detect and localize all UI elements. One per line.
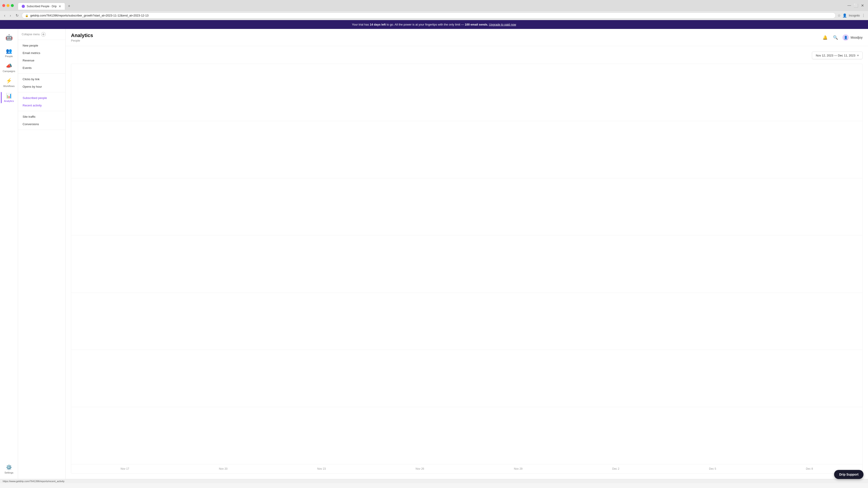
window-minimize-button[interactable] [6,4,9,7]
grid-line-6 [71,350,862,407]
window-close-icon[interactable]: ✕ [861,3,864,8]
refresh-button[interactable]: ↻ [14,13,20,18]
chart-grid [71,64,862,464]
app: Your trial has 14 days left to go. All t… [0,20,868,483]
date-picker[interactable]: Nov 12, 2023 — Dec 11, 2023 ▾ [812,52,863,59]
submenu-item-opens-by-hour[interactable]: Opens by hour [18,83,65,90]
trial-text-middle: to go. All the power is at your fingerti… [386,23,465,26]
submenu-item-email-metrics[interactable]: Email metrics [18,49,65,57]
profile-icon[interactable]: 👤 [842,13,847,18]
submenu-group-1: New people Email metrics Revenue Events [18,40,65,74]
submenu-group-2: Clicks by link Opens by hour [18,74,65,92]
analytics-label: Analytics [4,100,14,102]
settings-icon: ⚙️ [6,464,12,470]
sidebar-item-campaigns[interactable]: 📣 Campaigns [1,61,17,75]
campaigns-icon: 📣 [6,63,12,69]
people-label: People [5,55,13,58]
x-label-7: Dec 5 [709,467,716,470]
rail-item-logo[interactable]: 🤖 [1,32,17,43]
trial-email-limit: 100 email sends. [465,23,488,26]
search-button[interactable]: 🔍 [832,34,839,41]
grid-line-1 [71,64,862,121]
grid-line-7 [71,407,862,464]
submenu-item-subscribed-people[interactable]: Subscribed people [18,94,65,102]
grid-line-4 [71,235,862,293]
page-title-area: Analytics People [71,33,93,42]
page-title: Analytics [71,33,93,38]
x-label-8: Dec 8 [806,467,813,470]
back-button[interactable]: ‹ [3,13,6,18]
chart-header: Nov 12, 2023 — Dec 11, 2023 ▾ [71,52,863,59]
submenu-item-revenue[interactable]: Revenue [18,57,65,64]
main-content: Analytics People 🔔 🔍 👤 Moodjoy Nov 12, 2 [66,29,868,479]
trial-text-before: Your trial has [352,23,370,26]
x-label-2: Nov 20 [219,467,227,470]
window-close-button[interactable] [2,4,5,7]
chart-container: Nov 17 Nov 20 Nov 23 Nov 26 Nov 29 Dec 2… [71,64,863,474]
submenu-item-events[interactable]: Events [18,64,65,72]
x-label-5: Nov 29 [514,467,522,470]
x-label-4: Nov 26 [415,467,424,470]
more-options-icon[interactable]: ⋮ [862,13,865,18]
grid-line-2 [71,121,862,178]
breadcrumb: People [71,39,93,42]
submenu-group-4: Site traffic Conversions [18,111,65,130]
new-tab-button[interactable]: + [66,3,72,9]
sidebar-item-people[interactable]: 👥 People [1,46,17,60]
campaigns-label: Campaigns [3,70,16,72]
user-avatar: 👤 [842,34,849,41]
submenu-item-site-traffic[interactable]: Site traffic [18,113,65,121]
submenu-item-new-people[interactable]: New people [18,42,65,49]
grid-line-3 [71,178,862,235]
main-layout: 🤖 👥 People 📣 Campaigns ⚡ Workflows 📊 Ana… [0,29,868,479]
window-maximize-button[interactable] [11,4,14,7]
sidebar-item-analytics[interactable]: 📊 Analytics [1,91,17,105]
url-text: getdrip.com/7641396/reports/subscriber_g… [30,14,833,17]
upgrade-link[interactable]: Upgrade to paid now [489,23,516,26]
lock-icon: 🔒 [25,14,29,17]
tab-close-button[interactable]: ✕ [59,4,61,8]
forward-button[interactable]: › [8,13,12,18]
submenu-group-3: Subscribed people Recent activity [18,92,65,111]
submenu-item-recent-activity[interactable]: Recent activity [18,102,65,109]
date-range-label: Nov 12, 2023 — Dec 11, 2023 [816,54,855,57]
window-controls [2,4,14,7]
top-header: Analytics People 🔔 🔍 👤 Moodjoy [66,29,868,46]
status-url: https://www.getdrip.com/7641396/reports/… [3,480,64,483]
browser-titlebar: Subscribed People · Drip ✕ + — ⬜ ✕ [0,0,868,11]
x-label-6: Dec 2 [612,467,619,470]
header-actions: 🔔 🔍 👤 Moodjoy [822,34,863,41]
incognito-label: Incognito [849,14,860,17]
chart-area: Nov 12, 2023 — Dec 11, 2023 ▾ [66,46,868,479]
workflows-icon: ⚡ [6,78,12,84]
window-minimize-icon[interactable]: — [847,3,851,8]
collapse-icon: ⊕ [41,32,46,37]
drip-support-button[interactable]: Drip Support [834,470,864,479]
browser-chrome: Subscribed People · Drip ✕ + — ⬜ ✕ ‹ › ↻… [0,0,868,20]
chevron-down-icon: ▾ [857,54,859,57]
people-icon: 👥 [6,48,12,54]
x-label-1: Nov 17 [121,467,129,470]
user-name: Moodjoy [850,36,863,39]
submenu-header: Collapse menu ⊕ [18,29,65,40]
url-bar[interactable]: 🔒 getdrip.com/7641396/reports/subscriber… [22,12,836,19]
x-label-3: Nov 23 [317,467,326,470]
active-tab[interactable]: Subscribed People · Drip ✕ [18,3,65,10]
submenu-item-conversions[interactable]: Conversions [18,121,65,128]
bookmark-icon[interactable]: ☆ [837,13,841,18]
submenu-item-clicks-by-link[interactable]: Clicks by link [18,75,65,83]
address-bar: ‹ › ↻ 🔒 getdrip.com/7641396/reports/subs… [0,11,868,20]
collapse-menu-button[interactable]: Collapse menu ⊕ [22,32,46,37]
trial-banner: Your trial has 14 days left to go. All t… [0,20,868,29]
user-menu[interactable]: 👤 Moodjoy [842,34,863,41]
sidebar-item-workflows[interactable]: ⚡ Workflows [1,76,17,90]
tab-bar: Subscribed People · Drip ✕ + [16,1,846,10]
grid-line-5 [71,293,862,350]
sidebar-item-settings[interactable]: ⚙️ Settings [1,462,17,476]
settings-label: Settings [4,471,13,474]
window-restore-icon[interactable]: ⬜ [854,3,858,8]
icon-rail: 🤖 👥 People 📣 Campaigns ⚡ Workflows 📊 Ana… [0,29,18,479]
notifications-button[interactable]: 🔔 [822,34,829,41]
collapse-menu-label: Collapse menu [22,33,40,36]
workflows-label: Workflows [3,85,15,88]
